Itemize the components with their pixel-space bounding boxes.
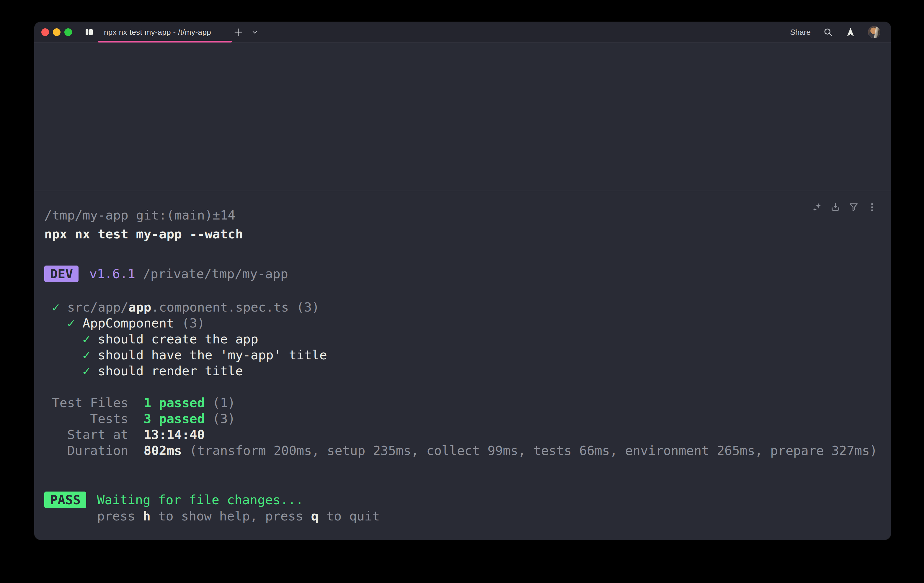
help-text: press — [97, 509, 143, 524]
test-file-row: ✓src/app/app.component.spec.ts (3) — [44, 299, 878, 315]
summary-row-duration: Duration802ms(transform 200ms, setup 235… — [44, 443, 878, 458]
traffic-light-zoom[interactable] — [64, 28, 72, 36]
tab-pages-icon — [84, 28, 94, 37]
chevron-down-icon[interactable] — [251, 29, 258, 36]
summary-label: Test Files — [44, 395, 129, 411]
tab-bar: npx nx test my-app - /t/my-app Share — [34, 22, 891, 43]
sparkles-icon[interactable] — [812, 202, 822, 212]
traffic-light-close[interactable] — [41, 28, 49, 36]
file-dir: src/app/ — [67, 300, 129, 315]
file-count-value: (3) — [296, 300, 319, 315]
waiting-text: Waiting for file changes... — [97, 492, 304, 508]
summary-label: Tests — [44, 411, 129, 427]
previous-block — [34, 43, 891, 191]
file-suffix: .component.spec.ts — [151, 300, 289, 315]
summary-value: 13:14:40 — [144, 427, 205, 442]
file-count — [289, 300, 296, 315]
test-summary: Test Files1 passed(1) Tests3 passed(3) S… — [44, 395, 878, 458]
test-suite-row: ✓AppComponent (3) — [44, 315, 878, 331]
command-line[interactable]: npx nx test my-app --watch — [44, 226, 878, 242]
summary-extra: (transform 200ms, setup 235ms, collect 9… — [190, 443, 877, 458]
search-icon[interactable] — [823, 27, 833, 37]
help-key-h: h — [143, 509, 150, 524]
help-text: to show help, press — [150, 509, 311, 524]
traffic-lights — [41, 28, 72, 36]
download-icon[interactable] — [830, 202, 841, 212]
share-button[interactable]: Share — [790, 28, 811, 37]
test-name: should create the app — [98, 332, 258, 346]
summary-extra: (1) — [213, 395, 236, 410]
prompt-line: /tmp/my-app git:(main)±14 — [44, 207, 878, 223]
summary-value: 1 passed — [144, 395, 205, 410]
avatar[interactable] — [868, 26, 880, 38]
summary-row-tests: Tests3 passed(3) — [44, 411, 878, 427]
file-highlight: app — [129, 300, 152, 315]
test-case-row: ✓should render title — [44, 363, 878, 379]
test-name: should render title — [98, 364, 243, 378]
test-case-row: ✓should create the app — [44, 331, 878, 347]
summary-value: 802ms — [144, 443, 182, 458]
pass-badge: PASS — [44, 492, 86, 508]
test-name: should have the 'my-app' title — [98, 347, 327, 362]
help-key-q: q — [311, 509, 319, 524]
suite-count — [174, 316, 182, 331]
help-text: to quit — [318, 509, 380, 524]
vitest-cwd: /private/tmp/my-app — [143, 266, 288, 282]
summary-value: 3 passed — [144, 411, 205, 426]
vitest-dev-line: DEVv1.6.1 /private/tmp/my-app — [44, 265, 878, 282]
test-case-row: ✓should have the 'my-app' title — [44, 347, 878, 363]
dev-badge: DEV — [44, 265, 79, 282]
summary-row-start-at: Start at13:14:40 — [44, 427, 878, 443]
summary-label: Start at — [44, 427, 129, 443]
check-icon: ✓ — [82, 347, 90, 362]
command-block: /tmp/my-app git:(main)±14 npx nx test my… — [34, 191, 891, 540]
suite-count-value: (3) — [182, 316, 205, 331]
summary-extra: (3) — [213, 411, 236, 426]
check-icon: ✓ — [52, 300, 59, 315]
check-icon: ✓ — [82, 332, 90, 346]
check-icon: ✓ — [67, 316, 75, 331]
traffic-light-minimize[interactable] — [53, 28, 61, 36]
new-tab-button[interactable] — [233, 27, 244, 38]
pass-status-line: PASSWaiting for file changes... — [44, 492, 878, 508]
terminal-tab[interactable]: npx nx test my-app - /t/my-app — [84, 22, 214, 43]
vitest-cwd-space — [135, 266, 143, 282]
kebab-menu-icon[interactable] — [867, 202, 877, 212]
terminal-window: npx nx test my-app - /t/my-app Share — [34, 22, 891, 540]
check-icon: ✓ — [82, 364, 90, 378]
filter-icon[interactable] — [848, 202, 859, 212]
tab-title: npx nx test my-app - /t/my-app — [104, 28, 211, 37]
suite-name: AppComponent — [82, 316, 174, 331]
watch-help-line: press h to show help, press q to quit — [97, 508, 878, 524]
summary-row-test-files: Test Files1 passed(1) — [44, 395, 878, 411]
vitest-version: v1.6.1 — [89, 266, 135, 282]
warp-logo-icon[interactable] — [845, 27, 856, 37]
summary-label: Duration — [44, 443, 129, 458]
block-toolbar — [812, 202, 877, 212]
